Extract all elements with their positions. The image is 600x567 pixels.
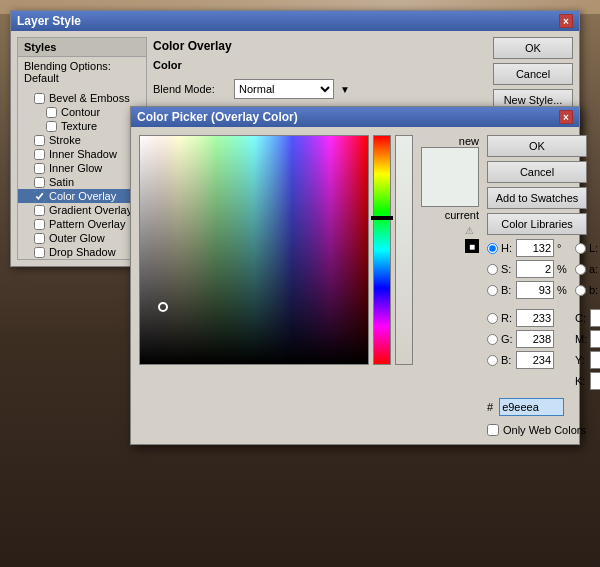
b2-radio[interactable] [487, 355, 498, 366]
color-picker-close-button[interactable]: × [559, 110, 573, 124]
only-web-colors-checkbox[interactable] [487, 424, 499, 436]
blending-options-item[interactable]: Blending Options: Default [18, 57, 146, 87]
drop-shadow-label: Drop Shadow [49, 246, 116, 258]
spacer2 [575, 302, 600, 306]
hex-input[interactable] [499, 398, 564, 416]
y-input[interactable] [590, 351, 600, 369]
m-label: M: [575, 333, 587, 345]
spacer [487, 302, 569, 306]
layer-style-title: Layer Style [17, 14, 81, 28]
style-item-inner-glow[interactable]: Inner Glow [18, 161, 146, 175]
blend-mode-select[interactable]: Normal [234, 79, 334, 99]
b2-input-row: B: [487, 351, 569, 369]
h-radio[interactable] [487, 243, 498, 254]
g-input[interactable] [516, 330, 554, 348]
pattern-overlay-checkbox[interactable] [34, 219, 45, 230]
b-label: B: [501, 284, 513, 296]
pattern-overlay-label: Pattern Overlay [49, 218, 125, 230]
color-overlay-checkbox[interactable] [34, 191, 45, 202]
g-radio[interactable] [487, 334, 498, 345]
color-inputs-grid: H: ° S: % B: % [487, 239, 600, 390]
color-spectrum[interactable] [139, 135, 369, 365]
satin-label: Satin [49, 176, 74, 188]
g-input-row: G: [487, 330, 569, 348]
gradient-overlay-label: Gradient Overlay [49, 204, 132, 216]
texture-label: Texture [61, 120, 97, 132]
new-color-swatch[interactable] [421, 147, 479, 177]
style-item-contour[interactable]: Contour [18, 105, 146, 119]
y-input-row: Y: % [575, 351, 600, 369]
stroke-checkbox[interactable] [34, 135, 45, 146]
spectrum-black-layer [140, 136, 368, 364]
drop-shadow-checkbox[interactable] [34, 247, 45, 258]
only-web-row: Only Web Colors [487, 424, 600, 436]
h-label: H: [501, 242, 513, 254]
style-item-texture[interactable]: Texture [18, 119, 146, 133]
blend-arrow: ▼ [340, 84, 350, 95]
cancel-button[interactable]: Cancel [493, 63, 573, 85]
inner-shadow-checkbox[interactable] [34, 149, 45, 160]
hue-slider-thumb [371, 216, 393, 220]
color-libraries-button[interactable]: Color Libraries [487, 213, 587, 235]
color-cube-icon: ■ [465, 239, 479, 253]
style-item-inner-shadow[interactable]: Inner Shadow [18, 147, 146, 161]
m-input[interactable] [590, 330, 600, 348]
s-label: S: [501, 263, 513, 275]
s-radio[interactable] [487, 264, 498, 275]
cp-cancel-button[interactable]: Cancel [487, 161, 587, 183]
hue-slider[interactable] [373, 135, 391, 365]
color-picker-left [139, 135, 413, 436]
color-picker-right: OK Cancel Add to Swatches Color Librarie… [487, 135, 600, 436]
satin-checkbox[interactable] [34, 177, 45, 188]
c-input[interactable] [590, 309, 600, 327]
k-input[interactable] [590, 372, 600, 390]
current-label: current [445, 209, 479, 221]
bevel-checkbox[interactable] [34, 93, 45, 104]
inner-glow-label: Inner Glow [49, 162, 102, 174]
style-item-pattern-overlay[interactable]: Pattern Overlay [18, 217, 146, 231]
l-label: L: [589, 242, 600, 254]
style-item-bevel[interactable]: Bevel & Emboss [18, 91, 146, 105]
r-input[interactable] [516, 309, 554, 327]
style-item-gradient-overlay[interactable]: Gradient Overlay [18, 203, 146, 217]
h-input-row: H: ° [487, 239, 569, 257]
y-label: Y: [575, 354, 587, 366]
b-input[interactable] [516, 281, 554, 299]
texture-checkbox[interactable] [46, 121, 57, 132]
style-item-stroke[interactable]: Stroke [18, 133, 146, 147]
gradient-overlay-checkbox[interactable] [34, 205, 45, 216]
b3-label: b: [589, 284, 600, 296]
outer-glow-checkbox[interactable] [34, 233, 45, 244]
l-input-row: L: [575, 239, 600, 257]
a-radio[interactable] [575, 264, 586, 275]
b2-label: B: [501, 354, 513, 366]
b-radio[interactable] [487, 285, 498, 296]
b3-input-row: b: [575, 281, 600, 299]
ok-button[interactable]: OK [493, 37, 573, 59]
contour-checkbox[interactable] [46, 107, 57, 118]
b-input-row: B: % [487, 281, 569, 299]
alpha-slider[interactable] [395, 135, 413, 365]
overlay-title: Color Overlay [153, 37, 487, 55]
style-item-outer-glow[interactable]: Outer Glow [18, 231, 146, 245]
inner-glow-checkbox[interactable] [34, 163, 45, 174]
b3-radio[interactable] [575, 285, 586, 296]
current-color-swatch[interactable] [421, 177, 479, 207]
s-input[interactable] [516, 260, 554, 278]
r-radio[interactable] [487, 313, 498, 324]
l-radio[interactable] [575, 243, 586, 254]
s-unit: % [557, 263, 569, 275]
style-item-color-overlay[interactable]: Color Overlay [18, 189, 146, 203]
style-item-drop-shadow[interactable]: Drop Shadow [18, 245, 146, 259]
m-input-row: M: % [575, 330, 600, 348]
h-input[interactable] [516, 239, 554, 257]
add-swatches-button[interactable]: Add to Swatches [487, 187, 587, 209]
style-item-satin[interactable]: Satin [18, 175, 146, 189]
hsb-rgb-inputs: H: ° S: % B: % [487, 239, 569, 390]
layer-style-close-button[interactable]: × [559, 14, 573, 28]
cp-ok-button[interactable]: OK [487, 135, 587, 157]
inner-shadow-label: Inner Shadow [49, 148, 117, 160]
lab-cmyk-inputs: L: a: b: C: [575, 239, 600, 390]
r-label: R: [501, 312, 513, 324]
b2-input[interactable] [516, 351, 554, 369]
